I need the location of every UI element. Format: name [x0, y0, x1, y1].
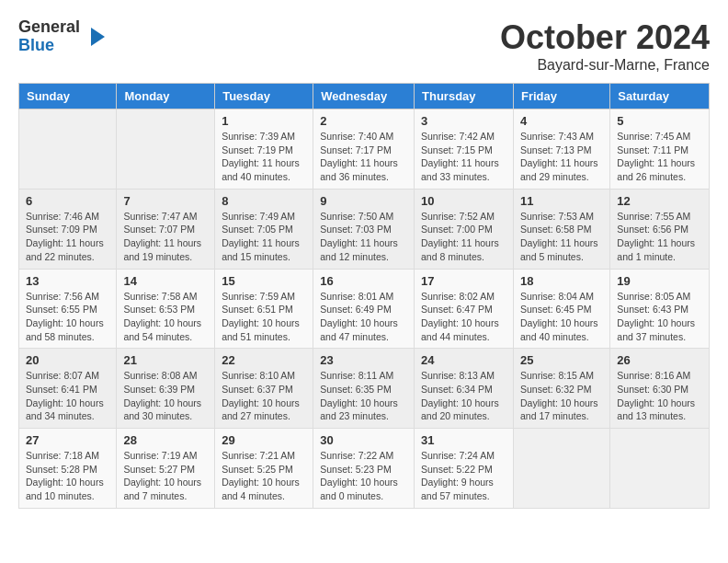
calendar-cell: 15Sunrise: 7:59 AMSunset: 6:51 PMDayligh… [215, 269, 313, 349]
calendar-cell: 28Sunrise: 7:19 AMSunset: 5:27 PMDayligh… [117, 429, 215, 509]
day-number: 16 [320, 274, 407, 288]
logo-blue-text: Blue [18, 37, 80, 55]
page-header: General Blue October 2024 Bayard-sur-Mar… [18, 18, 710, 74]
logo: General Blue [18, 18, 109, 55]
calendar-week-row: 13Sunrise: 7:56 AMSunset: 6:55 PMDayligh… [19, 269, 710, 349]
day-number: 23 [320, 353, 407, 367]
day-info: Sunrise: 7:45 AMSunset: 7:11 PMDaylight:… [617, 130, 702, 184]
title-block: October 2024 Bayard-sur-Marne, France [500, 18, 710, 74]
calendar-cell: 27Sunrise: 7:18 AMSunset: 5:28 PMDayligh… [19, 429, 117, 509]
day-info: Sunrise: 7:22 AMSunset: 5:23 PMDaylight:… [320, 449, 407, 503]
day-info: Sunrise: 7:18 AMSunset: 5:28 PMDaylight:… [26, 449, 109, 503]
day-number: 9 [320, 194, 407, 208]
day-info: Sunrise: 8:16 AMSunset: 6:30 PMDaylight:… [617, 369, 702, 423]
day-of-week-header: Saturday [610, 84, 710, 109]
calendar-cell: 23Sunrise: 8:11 AMSunset: 6:35 PMDayligh… [313, 349, 415, 429]
day-of-week-header: Sunday [19, 84, 117, 109]
day-number: 5 [617, 114, 702, 128]
day-info: Sunrise: 7:46 AMSunset: 7:09 PMDaylight:… [26, 210, 109, 264]
day-number: 8 [222, 194, 306, 208]
calendar-header-row: SundayMondayTuesdayWednesdayThursdayFrid… [19, 84, 710, 109]
day-info: Sunrise: 8:15 AMSunset: 6:32 PMDaylight:… [520, 369, 603, 423]
calendar-cell: 17Sunrise: 8:02 AMSunset: 6:47 PMDayligh… [415, 269, 514, 349]
day-number: 2 [320, 114, 407, 128]
calendar-cell: 3Sunrise: 7:42 AMSunset: 7:15 PMDaylight… [415, 109, 514, 190]
calendar-cell: 6Sunrise: 7:46 AMSunset: 7:09 PMDaylight… [19, 189, 117, 269]
calendar-body: 1Sunrise: 7:39 AMSunset: 7:19 PMDaylight… [19, 109, 710, 509]
day-number: 6 [26, 194, 109, 208]
calendar-cell: 30Sunrise: 7:22 AMSunset: 5:23 PMDayligh… [313, 429, 415, 509]
calendar-cell: 5Sunrise: 7:45 AMSunset: 7:11 PMDaylight… [610, 109, 710, 190]
calendar-cell: 24Sunrise: 8:13 AMSunset: 6:34 PMDayligh… [415, 349, 514, 429]
day-info: Sunrise: 8:01 AMSunset: 6:49 PMDaylight:… [320, 290, 407, 344]
day-info: Sunrise: 8:13 AMSunset: 6:34 PMDaylight:… [421, 369, 506, 423]
calendar-cell: 31Sunrise: 7:24 AMSunset: 5:22 PMDayligh… [415, 429, 514, 509]
calendar-cell: 2Sunrise: 7:40 AMSunset: 7:17 PMDaylight… [313, 109, 415, 190]
day-of-week-header: Friday [513, 84, 609, 109]
calendar-week-row: 20Sunrise: 8:07 AMSunset: 6:41 PMDayligh… [19, 349, 710, 429]
day-number: 29 [222, 433, 306, 447]
day-info: Sunrise: 7:47 AMSunset: 7:07 PMDaylight:… [123, 210, 208, 264]
calendar-cell: 10Sunrise: 7:52 AMSunset: 7:00 PMDayligh… [415, 189, 514, 269]
calendar-cell: 12Sunrise: 7:55 AMSunset: 6:56 PMDayligh… [610, 189, 710, 269]
calendar-table: SundayMondayTuesdayWednesdayThursdayFrid… [18, 83, 710, 509]
logo-icon [82, 23, 109, 51]
day-number: 30 [320, 433, 407, 447]
day-number: 15 [222, 274, 306, 288]
day-number: 24 [421, 353, 506, 367]
day-number: 28 [123, 433, 208, 447]
day-number: 12 [617, 194, 702, 208]
day-info: Sunrise: 7:59 AMSunset: 6:51 PMDaylight:… [222, 290, 306, 344]
day-info: Sunrise: 7:39 AMSunset: 7:19 PMDaylight:… [222, 130, 306, 184]
day-number: 7 [123, 194, 208, 208]
day-number: 31 [421, 433, 506, 447]
day-number: 17 [421, 274, 506, 288]
day-number: 10 [421, 194, 506, 208]
day-number: 14 [123, 274, 208, 288]
calendar-week-row: 27Sunrise: 7:18 AMSunset: 5:28 PMDayligh… [19, 429, 710, 509]
day-info: Sunrise: 7:56 AMSunset: 6:55 PMDaylight:… [26, 290, 109, 344]
day-info: Sunrise: 8:04 AMSunset: 6:45 PMDaylight:… [520, 290, 603, 344]
calendar-cell: 8Sunrise: 7:49 AMSunset: 7:05 PMDaylight… [215, 189, 313, 269]
calendar-cell: 26Sunrise: 8:16 AMSunset: 6:30 PMDayligh… [610, 349, 710, 429]
calendar-cell [19, 109, 117, 190]
day-of-week-header: Thursday [415, 84, 514, 109]
day-info: Sunrise: 8:08 AMSunset: 6:39 PMDaylight:… [123, 369, 208, 423]
calendar-cell: 18Sunrise: 8:04 AMSunset: 6:45 PMDayligh… [513, 269, 609, 349]
day-info: Sunrise: 8:05 AMSunset: 6:43 PMDaylight:… [617, 290, 702, 344]
day-info: Sunrise: 8:10 AMSunset: 6:37 PMDaylight:… [222, 369, 306, 423]
calendar-week-row: 6Sunrise: 7:46 AMSunset: 7:09 PMDaylight… [19, 189, 710, 269]
calendar-cell: 19Sunrise: 8:05 AMSunset: 6:43 PMDayligh… [610, 269, 710, 349]
day-info: Sunrise: 7:58 AMSunset: 6:53 PMDaylight:… [123, 290, 208, 344]
calendar-cell: 11Sunrise: 7:53 AMSunset: 6:58 PMDayligh… [513, 189, 609, 269]
calendar-cell: 9Sunrise: 7:50 AMSunset: 7:03 PMDaylight… [313, 189, 415, 269]
calendar-cell [117, 109, 215, 190]
day-number: 27 [26, 433, 109, 447]
day-number: 18 [520, 274, 603, 288]
calendar-cell: 22Sunrise: 8:10 AMSunset: 6:37 PMDayligh… [215, 349, 313, 429]
day-number: 13 [26, 274, 109, 288]
calendar-cell [513, 429, 609, 509]
day-number: 22 [222, 353, 306, 367]
day-number: 20 [26, 353, 109, 367]
month-title: October 2024 [500, 18, 710, 57]
day-info: Sunrise: 7:42 AMSunset: 7:15 PMDaylight:… [421, 130, 506, 184]
day-info: Sunrise: 7:53 AMSunset: 6:58 PMDaylight:… [520, 210, 603, 264]
day-info: Sunrise: 7:24 AMSunset: 5:22 PMDaylight:… [421, 449, 506, 503]
day-info: Sunrise: 7:19 AMSunset: 5:27 PMDaylight:… [123, 449, 208, 503]
day-info: Sunrise: 7:49 AMSunset: 7:05 PMDaylight:… [222, 210, 306, 264]
calendar-cell: 13Sunrise: 7:56 AMSunset: 6:55 PMDayligh… [19, 269, 117, 349]
day-number: 4 [520, 114, 603, 128]
day-info: Sunrise: 8:11 AMSunset: 6:35 PMDaylight:… [320, 369, 407, 423]
calendar-cell: 7Sunrise: 7:47 AMSunset: 7:07 PMDaylight… [117, 189, 215, 269]
day-info: Sunrise: 7:40 AMSunset: 7:17 PMDaylight:… [320, 130, 407, 184]
day-info: Sunrise: 8:02 AMSunset: 6:47 PMDaylight:… [421, 290, 506, 344]
calendar-cell: 16Sunrise: 8:01 AMSunset: 6:49 PMDayligh… [313, 269, 415, 349]
day-info: Sunrise: 7:50 AMSunset: 7:03 PMDaylight:… [320, 210, 407, 264]
calendar-cell: 14Sunrise: 7:58 AMSunset: 6:53 PMDayligh… [117, 269, 215, 349]
day-number: 11 [520, 194, 603, 208]
calendar-cell: 1Sunrise: 7:39 AMSunset: 7:19 PMDaylight… [215, 109, 313, 190]
day-number: 25 [520, 353, 603, 367]
day-info: Sunrise: 7:43 AMSunset: 7:13 PMDaylight:… [520, 130, 603, 184]
calendar-cell: 25Sunrise: 8:15 AMSunset: 6:32 PMDayligh… [513, 349, 609, 429]
